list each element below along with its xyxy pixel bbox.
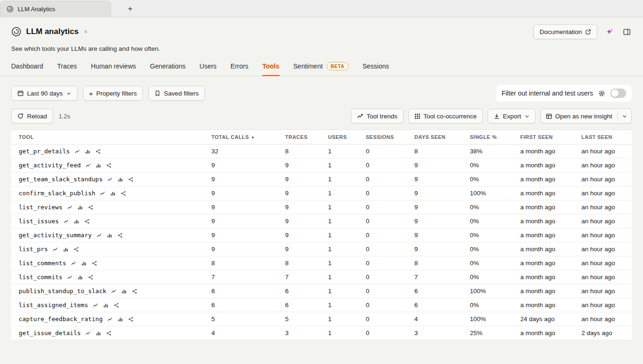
column-header-first-seen[interactable]: First seen <box>513 130 574 144</box>
tool-cooccurrence-icon[interactable] <box>117 233 123 238</box>
tool-trend-icon[interactable] <box>53 247 58 252</box>
tool-cooccurrence-button[interactable]: Tool co-occurrence <box>408 109 483 124</box>
tab-users[interactable]: Users <box>200 59 217 76</box>
tool-cooccurrence-icon[interactable] <box>88 205 94 210</box>
tab-traces[interactable]: Traces <box>57 59 77 76</box>
tool-cooccurrence-icon[interactable] <box>73 247 79 252</box>
tool-trend-icon[interactable] <box>63 219 69 224</box>
tool-cooccurrence-icon[interactable] <box>95 149 101 154</box>
tool-name[interactable]: list_commits <box>19 274 63 281</box>
tab-errors[interactable]: Errors <box>231 59 248 76</box>
tool-name[interactable]: get_team_slack_standups <box>19 176 103 183</box>
open-as-insight-dropdown[interactable] <box>618 109 631 123</box>
tool-name[interactable]: list_prs <box>19 246 48 253</box>
tool-cooccurrence-icon[interactable] <box>128 177 134 182</box>
tool-trend-icon[interactable] <box>67 275 73 280</box>
tool-cooccurrence-icon[interactable] <box>91 261 98 266</box>
column-header-total-calls[interactable]: Total calls▼ <box>204 130 278 144</box>
tab-tools[interactable]: Tools <box>262 59 279 76</box>
date-range-button[interactable]: Last 90 days <box>11 86 77 101</box>
tool-trends-button[interactable]: Tool trends <box>351 109 404 124</box>
table-row[interactable]: list_commits 7 7 1 0 7 0% a month ago <box>11 270 632 284</box>
tool-name[interactable]: confirm_slack_publish <box>19 190 95 197</box>
tool-bar-chart-icon[interactable] <box>121 288 127 294</box>
tool-cooccurrence-icon[interactable] <box>88 275 94 280</box>
tool-trend-icon[interactable] <box>107 177 113 182</box>
tool-trend-icon[interactable] <box>75 149 80 154</box>
tool-bar-chart-icon[interactable] <box>81 261 87 266</box>
tool-bar-chart-icon[interactable] <box>96 163 101 168</box>
table-row[interactable]: list_assigned_items 6 6 1 0 6 0% a mo <box>11 298 632 312</box>
column-header-sessions[interactable]: Sessions <box>358 130 407 144</box>
tool-bar-chart-icon[interactable] <box>103 302 109 308</box>
column-header-last-seen[interactable]: Last seen <box>574 130 632 144</box>
column-header-single-pct[interactable]: Single % <box>462 130 513 144</box>
table-row[interactable]: list_comments 8 8 1 0 8 0% a month ag <box>11 256 632 270</box>
tool-name[interactable]: list_assigned_items <box>19 302 88 309</box>
tool-cooccurrence-icon[interactable] <box>113 302 119 308</box>
tab-sentiment[interactable]: Sentiment BETA <box>294 59 349 76</box>
tool-cooccurrence-icon[interactable] <box>120 191 126 196</box>
table-row[interactable]: get_activity_summary 9 9 1 0 9 0% a m <box>11 228 632 242</box>
tab-sessions[interactable]: Sessions <box>363 59 389 76</box>
open-as-insight-button[interactable]: Open as new insight <box>541 109 617 123</box>
saved-filters-button[interactable]: Saved filters <box>148 86 204 101</box>
table-row[interactable]: get_issue_details 4 3 1 0 3 25% a mon <box>11 326 632 340</box>
documentation-button[interactable]: Documentation <box>533 24 597 39</box>
tool-name[interactable]: capture_feedback_rating <box>19 316 103 323</box>
table-row[interactable]: get_team_slack_standups 9 9 1 0 9 0% <box>11 172 632 186</box>
tool-name[interactable]: list_comments <box>19 260 66 267</box>
column-header-tool[interactable]: Tool <box>11 130 204 144</box>
table-row[interactable]: list_prs 9 9 1 0 9 0% a month ago <box>11 242 632 256</box>
tool-bar-chart-icon[interactable] <box>85 149 91 154</box>
tool-name[interactable]: get_pr_details <box>19 148 70 155</box>
table-row[interactable]: get_pr_details 32 8 1 0 8 38% a month <box>11 144 632 158</box>
tab-generations[interactable]: Generations <box>150 59 185 76</box>
reload-button[interactable]: Reload <box>11 109 53 124</box>
tool-bar-chart-icon[interactable] <box>77 275 83 280</box>
column-header-traces[interactable]: Traces <box>278 130 321 144</box>
tool-trend-icon[interactable] <box>111 288 117 294</box>
tool-name[interactable]: get_activity_summary <box>19 232 92 239</box>
tool-trend-icon[interactable] <box>67 205 73 210</box>
tool-trend-icon[interactable] <box>93 302 98 308</box>
property-filters-button[interactable]: + Property filters <box>83 86 143 101</box>
tool-bar-chart-icon[interactable] <box>77 205 83 210</box>
tool-name[interactable]: list_reviews <box>19 204 63 211</box>
tool-bar-chart-icon[interactable] <box>96 330 101 336</box>
column-header-days-seen[interactable]: Days seen <box>407 130 462 144</box>
table-row[interactable]: get_activity_feed 9 9 1 0 9 0% a mont <box>11 158 632 172</box>
tool-name[interactable]: get_issue_details <box>19 330 81 337</box>
tool-bar-chart-icon[interactable] <box>107 233 112 238</box>
tool-name[interactable]: publish_standup_to_slack <box>19 288 106 295</box>
tool-trend-icon[interactable] <box>97 233 102 238</box>
table-row[interactable]: confirm_slack_publish 9 9 1 0 9 100% <box>11 186 632 200</box>
tool-cooccurrence-icon[interactable] <box>106 330 112 336</box>
tool-trend-icon[interactable] <box>85 330 91 336</box>
tool-cooccurrence-icon[interactable] <box>128 316 134 322</box>
tab-dashboard[interactable]: Dashboard <box>11 59 43 76</box>
tool-bar-chart-icon[interactable] <box>118 177 123 182</box>
internal-users-toggle[interactable] <box>610 89 626 98</box>
browser-tab-llm-analytics[interactable]: LLM Analytics <box>0 1 111 17</box>
gear-icon[interactable] <box>598 90 605 97</box>
table-row[interactable]: list_issues 9 9 1 0 9 0% a month ago <box>11 214 632 228</box>
tool-bar-chart-icon[interactable] <box>63 247 69 252</box>
side-panel-toggle-button[interactable] <box>622 28 632 36</box>
tab-human-reviews[interactable]: Human reviews <box>91 59 136 76</box>
tool-trend-icon[interactable] <box>85 163 91 168</box>
tool-name[interactable]: list_issues <box>19 218 59 225</box>
close-icon[interactable]: × <box>84 28 87 35</box>
export-button[interactable]: Export <box>488 109 536 124</box>
column-header-users[interactable]: Users <box>321 130 358 144</box>
tool-bar-chart-icon[interactable] <box>74 219 79 224</box>
tool-trend-icon[interactable] <box>100 191 105 196</box>
tool-name[interactable]: get_activity_feed <box>19 162 81 169</box>
table-row[interactable]: list_reviews 9 9 1 0 9 0% a month ago <box>11 200 632 214</box>
tool-bar-chart-icon[interactable] <box>110 191 116 196</box>
table-row[interactable]: publish_standup_to_slack 6 6 1 0 6 100% <box>11 284 632 298</box>
new-tab-button[interactable]: + <box>122 1 138 17</box>
tool-bar-chart-icon[interactable] <box>118 316 123 322</box>
tool-cooccurrence-icon[interactable] <box>132 288 138 294</box>
tool-cooccurrence-icon[interactable] <box>84 219 90 224</box>
